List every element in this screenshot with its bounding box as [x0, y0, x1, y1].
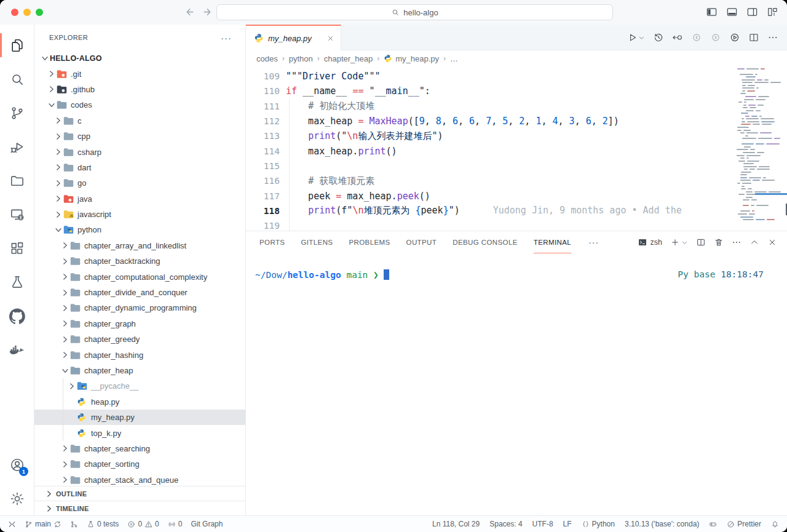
tree-item--pycache-[interactable]: __pycache__: [34, 378, 245, 394]
activity-bar-item-folder-explorer[interactable]: [0, 164, 34, 197]
tree-item-chapter-greedy[interactable]: chapter_greedy: [34, 332, 245, 347]
status-eol[interactable]: LF: [563, 520, 572, 528]
activity-bar-item-remote-explorer[interactable]: [0, 197, 34, 231]
breadcrumb-item-my-heap-py[interactable]: my_heap.py: [384, 54, 439, 63]
sidebar-section-outline[interactable]: OUTLINE: [34, 486, 245, 501]
status-language-mode[interactable]: Python: [582, 520, 615, 528]
breadcrumb-item-codes[interactable]: codes: [256, 54, 278, 63]
status-gitlens-status[interactable]: [70, 520, 78, 528]
breadcrumb-item-python[interactable]: python: [289, 54, 313, 63]
status-gamepad-extension[interactable]: [709, 520, 717, 528]
tree-item-top-k-py[interactable]: top_k.py: [34, 425, 245, 440]
customize-layout-button[interactable]: [767, 6, 778, 18]
split-terminal-button[interactable]: [696, 237, 706, 247]
code-line-118[interactable]: 118 print(f"\n堆顶元素为 {peek}")Yudong Jin, …: [246, 204, 732, 218]
panel-tab-terminal[interactable]: TERMINAL: [534, 231, 571, 253]
tab-my-heap-py[interactable]: my_heap.py: [246, 25, 341, 50]
panel-tab-problems[interactable]: PROBLEMS: [349, 231, 390, 253]
status-encoding[interactable]: UTF-8: [532, 520, 553, 528]
tree-item-chapter-dynamic-programming[interactable]: chapter_dynamic_programming: [34, 300, 245, 316]
tree-item--git[interactable]: .git: [34, 66, 245, 81]
run-or-debug-button[interactable]: [729, 32, 740, 43]
code-line-111[interactable]: 111 # 初始化大顶堆: [246, 99, 732, 114]
code-editor[interactable]: 109"""Driver Code"""110if __name__ == "_…: [246, 66, 787, 231]
code-line-115[interactable]: 115: [246, 159, 732, 173]
tree-item-chapter-divide-and-conquer[interactable]: chapter_divide_and_conquer: [34, 285, 245, 300]
activity-bar-item-github[interactable]: [0, 299, 34, 333]
code-line-119[interactable]: 119: [246, 218, 732, 231]
activity-bar-item-settings[interactable]: [0, 482, 34, 515]
activity-bar-item-explorer[interactable]: [0, 28, 34, 62]
terminal-shell-selector[interactable]: zsh: [638, 237, 662, 247]
maximize-panel-button[interactable]: [749, 237, 759, 247]
split-editor-button[interactable]: [748, 32, 759, 43]
tree-item-hello-algo[interactable]: HELLO-ALGO: [34, 50, 245, 66]
tree-item-chapter-hashing[interactable]: chapter_hashing: [34, 347, 245, 362]
tree-item-my-heap-py[interactable]: my_heap.py: [34, 410, 245, 425]
close-panel-button[interactable]: [767, 237, 777, 247]
status-problems[interactable]: 00: [127, 520, 159, 528]
tree-item-chapter-graph[interactable]: chapter_graph: [34, 316, 245, 332]
status-notifications[interactable]: [771, 520, 779, 528]
new-terminal-button[interactable]: [670, 237, 688, 247]
minimap[interactable]: [737, 66, 781, 222]
tree-item-java[interactable]: java: [34, 191, 245, 207]
status-git-branch[interactable]: main: [25, 520, 61, 528]
run-python-file-button[interactable]: [627, 32, 645, 43]
panel-tab-ports[interactable]: PORTS: [259, 231, 285, 253]
tree-item-c[interactable]: c: [34, 113, 245, 129]
status-cursor-position[interactable]: Ln 118, Col 29: [432, 520, 480, 528]
activity-bar-item-run-and-debug[interactable]: [0, 130, 34, 164]
status-forwarded-ports[interactable]: 0: [168, 520, 183, 528]
tree-item-chapter-stack-and-queue[interactable]: chapter_stack_and_queue: [34, 472, 245, 486]
code-line-113[interactable]: 113 print("\n输入列表并建堆后"): [246, 129, 732, 143]
tree-item-python[interactable]: python: [34, 222, 245, 237]
tree-item-javascript[interactable]: JSjavascript: [34, 207, 245, 222]
status-python-interpreter[interactable]: 3.10.13 ('base': conda): [625, 520, 699, 528]
code-line-116[interactable]: 116 # 获取堆顶元素: [246, 173, 732, 188]
open-changes-button[interactable]: [672, 32, 683, 43]
breadcrumb-item-chapter-heap[interactable]: chapter_heap: [324, 54, 373, 63]
forward-button[interactable]: [202, 6, 214, 18]
activity-bar-item-source-control[interactable]: [0, 96, 34, 130]
tree-item-chapter-computational-complexity[interactable]: chapter_computational_complexity: [34, 269, 245, 284]
status-remote-indicator[interactable]: [8, 520, 16, 528]
code-line-109[interactable]: 109"""Driver Code""": [246, 69, 732, 84]
status-prettier[interactable]: Prettier: [727, 520, 761, 528]
tree-item-heap-py[interactable]: heap.py: [34, 394, 245, 410]
tree-item-cpp[interactable]: cpp: [34, 129, 245, 144]
breadcrumb-item-more[interactable]: …: [450, 54, 458, 63]
code-line-114[interactable]: 114 max_heap.print(): [246, 143, 732, 158]
status-git-graph[interactable]: Git Graph: [191, 520, 223, 528]
code-line-110[interactable]: 110if __name__ == "__main__":: [246, 84, 732, 98]
tree-item-codes[interactable]: codes: [34, 97, 245, 113]
more-actions-button[interactable]: [767, 32, 778, 43]
activity-bar-item-accounts[interactable]: 1: [0, 448, 34, 482]
sidebar-section-timeline[interactable]: TIMELINE: [34, 501, 245, 515]
toggle-panel-button[interactable]: [726, 6, 738, 18]
toggle-secondary-sidebar-button[interactable]: [746, 6, 758, 18]
close-window-button[interactable]: [11, 9, 18, 16]
tree-item-go[interactable]: go: [34, 175, 245, 191]
status-test-status[interactable]: 0 tests: [87, 520, 119, 528]
panel-tab-debug-console[interactable]: DEBUG CONSOLE: [453, 231, 518, 253]
tree-item-chapter-sorting[interactable]: chapter_sorting: [34, 456, 245, 472]
tree-item-chapter-searching[interactable]: chapter_searching: [34, 441, 245, 456]
terminal-more-button[interactable]: [732, 237, 742, 247]
panel-tab-output[interactable]: OUTPUT: [406, 231, 437, 253]
tree-item--github[interactable]: .github: [34, 82, 245, 97]
file-history-button[interactable]: [653, 32, 664, 43]
tree-item-chapter-array-and-linkedlist[interactable]: chapter_array_and_linkedlist: [34, 238, 245, 253]
kill-terminal-button[interactable]: [714, 237, 724, 247]
explorer-more-actions-button[interactable]: ···: [221, 33, 232, 43]
terminal[interactable]: ~/Dow/hello-algo main ❯ Py base 18:18:47: [246, 253, 787, 515]
code-line-112[interactable]: 112 max_heap = MaxHeap([9, 8, 6, 6, 7, 5…: [246, 114, 732, 129]
toggle-primary-sidebar-button[interactable]: [706, 6, 718, 18]
command-center-search[interactable]: hello-algo: [216, 4, 613, 20]
activity-bar-item-testing[interactable]: [0, 265, 34, 299]
activity-bar-item-docker[interactable]: [0, 333, 34, 367]
tree-item-chapter-backtracking[interactable]: chapter_backtracking: [34, 253, 245, 269]
activity-bar-item-search[interactable]: [0, 62, 34, 96]
tree-item-chapter-heap[interactable]: chapter_heap: [34, 363, 245, 378]
panel-more-tabs-button[interactable]: ···: [588, 237, 599, 247]
